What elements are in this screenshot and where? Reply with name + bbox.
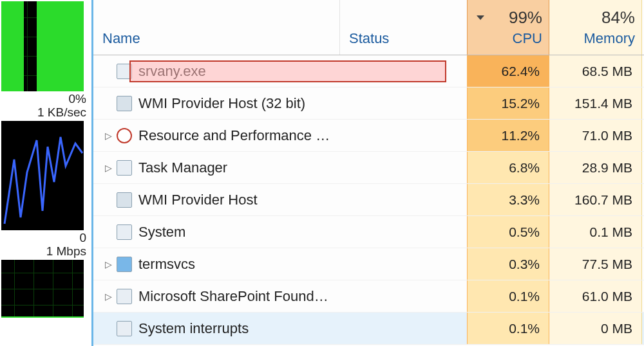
process-icon — [117, 289, 132, 304]
cell-mem: 151.4 MB — [549, 87, 642, 119]
process-icon — [117, 192, 132, 208]
cell-name: srvany.exe — [93, 63, 339, 80]
process-row[interactable]: srvany.exe62.4%68.5 MB — [93, 55, 644, 87]
cell-name: WMI Provider Host (32 bit) — [93, 95, 339, 112]
process-name: WMI Provider Host (32 bit) — [138, 95, 305, 112]
process-icon — [117, 224, 132, 240]
process-icon — [117, 257, 132, 272]
process-row[interactable]: ▷termsvcs0.3%77.5 MB — [93, 248, 644, 280]
cell-cpu: 62.4% — [467, 55, 549, 87]
cell-name: ▷Resource and Performance Mo... — [93, 127, 339, 144]
process-row[interactable]: ▷Microsoft SharePoint Foundation0.1%61.0… — [93, 280, 644, 313]
process-row[interactable]: WMI Provider Host3.3%160.7 MB — [93, 184, 644, 216]
sidebar-label-1: 1 KB/sec — [0, 106, 91, 120]
sidebar-label-3: 1 Mbps — [0, 245, 91, 259]
process-list: Name Status 99% CPU 84% Memory srvany.ex… — [93, 0, 644, 346]
process-name: System interrupts — [138, 320, 249, 337]
process-name: srvany.exe — [138, 63, 206, 80]
disk-mini-graph — [1, 260, 84, 318]
expand-icon[interactable]: ▷ — [102, 162, 114, 174]
cell-mem: 61.0 MB — [549, 280, 642, 312]
cell-cpu: 3.3% — [467, 184, 549, 215]
process-icon — [117, 321, 132, 336]
col-status-label: Status — [349, 30, 460, 47]
process-name: Microsoft SharePoint Foundation — [138, 288, 332, 305]
cpu-mini-graph — [1, 1, 84, 91]
col-status[interactable]: Status — [339, 0, 467, 55]
process-name: Resource and Performance Mo... — [138, 127, 332, 144]
cell-name: System — [93, 224, 339, 241]
process-name: Task Manager — [138, 159, 227, 176]
process-row[interactable]: ▷Task Manager6.8%28.9 MB — [93, 152, 644, 184]
cell-mem: 28.9 MB — [549, 152, 642, 183]
col-cpu-label: CPU — [513, 30, 542, 47]
cell-cpu: 0.3% — [467, 248, 549, 280]
expand-icon[interactable]: ▷ — [102, 259, 114, 270]
cell-cpu: 0.5% — [467, 216, 549, 248]
cell-name: WMI Provider Host — [93, 192, 339, 208]
expand-icon[interactable]: ▷ — [102, 291, 114, 302]
col-name-label: Name — [102, 30, 333, 47]
process-icon — [117, 64, 132, 79]
sort-desc-icon — [477, 15, 484, 20]
cell-name: System interrupts — [93, 320, 339, 337]
process-name: System — [138, 224, 185, 241]
cell-cpu: 0.1% — [467, 280, 549, 312]
cell-name: ▷Task Manager — [93, 159, 339, 176]
cell-mem: 0 MB — [549, 313, 642, 344]
cell-mem: 77.5 MB — [549, 248, 642, 280]
col-cpu[interactable]: 99% CPU — [467, 0, 549, 55]
process-name: WMI Provider Host — [138, 192, 258, 208]
process-icon — [117, 96, 132, 111]
col-name[interactable]: Name — [93, 0, 339, 55]
cell-cpu: 6.8% — [467, 152, 549, 183]
cell-mem: 71.0 MB — [549, 120, 642, 151]
process-icon — [117, 160, 132, 176]
cell-cpu: 15.2% — [467, 87, 549, 119]
cell-name: ▷Microsoft SharePoint Foundation — [93, 288, 339, 305]
process-row[interactable]: System interrupts0.1%0 MB — [93, 313, 644, 345]
sidebar-label-2: 0 — [0, 232, 91, 245]
col-mem-label: Memory — [584, 30, 635, 47]
column-header-row: Name Status 99% CPU 84% Memory — [93, 0, 644, 55]
perf-sidebar: 0% 1 KB/sec 0 1 Mbps — [0, 0, 93, 346]
sidebar-label-0: 0% — [0, 93, 91, 106]
process-name: termsvcs — [138, 256, 195, 273]
cpu-total-pct: 99% — [509, 8, 542, 28]
process-row[interactable]: ▷Resource and Performance Mo...11.2%71.0… — [93, 120, 644, 152]
cell-cpu: 11.2% — [467, 120, 549, 151]
process-row[interactable]: WMI Provider Host (32 bit)15.2%151.4 MB — [93, 87, 644, 120]
cell-mem: 160.7 MB — [549, 184, 642, 215]
cell-mem: 68.5 MB — [549, 55, 642, 87]
cell-mem: 0.1 MB — [549, 216, 642, 248]
mem-total-pct: 84% — [601, 8, 635, 28]
cell-cpu: 0.1% — [467, 313, 549, 344]
col-mem[interactable]: 84% Memory — [549, 0, 642, 55]
expand-icon[interactable]: ▷ — [102, 130, 114, 141]
process-row[interactable]: System0.5%0.1 MB — [93, 216, 644, 248]
net-mini-graph — [1, 121, 84, 230]
process-icon — [117, 128, 132, 143]
cell-name: ▷termsvcs — [93, 256, 339, 273]
